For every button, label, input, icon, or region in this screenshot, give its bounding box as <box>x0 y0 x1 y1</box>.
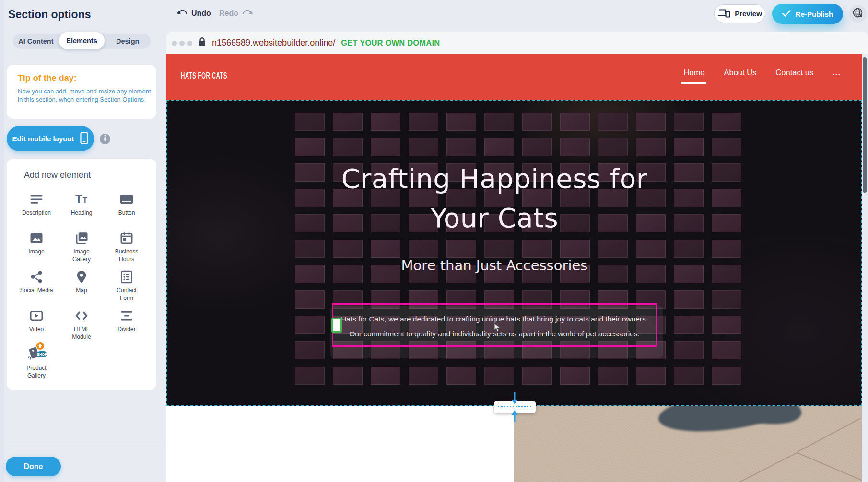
edit-mobile-layout-button[interactable]: Edit mobile layout <box>7 126 94 151</box>
tip-body: Now you can add, move and resize any ele… <box>18 87 151 103</box>
panel-scroll-strip <box>0 0 4 482</box>
done-button[interactable]: Done <box>6 457 61 476</box>
element-heading[interactable]: TTHeading <box>59 190 104 229</box>
element-video[interactable]: Video <box>14 307 59 345</box>
hero-tile <box>371 240 400 258</box>
add-new-element-card: Add new element DescriptionTTHeadingButt… <box>7 159 156 390</box>
element-label: Product Gallery <box>26 365 46 379</box>
hero-tile <box>409 113 438 131</box>
hero-tile <box>333 367 363 385</box>
hero-tile <box>295 367 325 385</box>
hero-tile <box>371 367 400 385</box>
hero-heading[interactable]: Crafting Happiness for Your Cats <box>298 159 691 238</box>
tip-heading: Tip of the day: <box>18 73 77 83</box>
hero-tile <box>560 138 590 156</box>
element-product-gallery[interactable]: SHOPProduct Gallery <box>14 345 59 384</box>
hero-tile <box>295 290 325 309</box>
site-nav: HomeAbout UsContact us... <box>683 68 841 77</box>
hero-tile <box>295 341 325 359</box>
element-label: Social Media <box>20 287 53 295</box>
browser-dots <box>172 41 192 46</box>
element-label: Contact Form <box>117 287 136 302</box>
element-map[interactable]: Map <box>59 268 104 307</box>
hero-tile <box>674 290 704 309</box>
hero-tile <box>560 240 590 258</box>
browser-dot <box>172 41 177 46</box>
element-business-hours[interactable]: Business Hours <box>104 229 149 268</box>
undo-button[interactable]: Undo <box>176 9 211 18</box>
svg-text:T: T <box>75 193 82 206</box>
hero-tile <box>484 240 514 258</box>
hero-tile <box>409 367 438 385</box>
contact-form-icon <box>119 268 134 284</box>
hero-section-selected[interactable]: Crafting Happiness for Your Cats More th… <box>166 100 862 406</box>
arrow-up-icon <box>511 408 518 425</box>
hero-tile <box>446 240 476 258</box>
get-your-own-domain-link[interactable]: GET YOUR OWN DOMAIN <box>341 38 440 47</box>
republish-button[interactable]: Re-Publish <box>772 4 843 24</box>
element-grid: DescriptionTTHeadingButtonImageImage Gal… <box>14 190 149 384</box>
hero-tile <box>484 113 514 131</box>
element-label: Divider <box>117 326 135 333</box>
element-label: Image Gallery <box>72 248 91 263</box>
tip-of-the-day-card: Tip of the day: Now you can add, move an… <box>7 65 156 119</box>
hero-tile <box>333 240 363 258</box>
hero-tile <box>560 113 590 131</box>
tab-elements[interactable]: Elements <box>59 32 105 49</box>
preview-button[interactable]: Preview <box>714 4 765 23</box>
element-description[interactable]: Description <box>14 190 59 229</box>
element-contact-form[interactable]: Contact Form <box>104 268 149 307</box>
tab-design[interactable]: Design <box>105 34 151 49</box>
button-icon <box>119 190 134 207</box>
site-url[interactable]: n1566589.websitebuilder.online/ <box>212 38 335 48</box>
hero-tile <box>712 240 741 258</box>
devices-icon <box>717 8 730 19</box>
nav-item-about-us[interactable]: About Us <box>724 68 756 77</box>
redo-icon <box>242 9 253 18</box>
page-title: Section options <box>8 8 91 21</box>
hero-tile <box>674 113 704 131</box>
hero-tile <box>446 113 476 131</box>
svg-text:SHOP: SHOP <box>37 352 47 356</box>
product-gallery-icon: SHOP <box>25 345 47 362</box>
hero-tile <box>674 341 704 359</box>
html-module-icon <box>74 307 89 323</box>
site-header[interactable]: HATS FOR CATS HomeAbout UsContact us... <box>166 54 862 100</box>
element-social-media[interactable]: Social Media <box>14 268 59 307</box>
hero-tile <box>484 138 514 156</box>
element-drag-handle[interactable] <box>331 318 342 333</box>
element-divider[interactable]: Divider <box>104 307 149 345</box>
tile-grout-line <box>797 452 862 481</box>
element-button[interactable]: Button <box>104 190 149 229</box>
nav-item-contact-us[interactable]: Contact us <box>775 68 813 77</box>
nav-item-home[interactable]: Home <box>683 68 704 77</box>
hero-subheading[interactable]: More than Just Accessories <box>298 257 691 274</box>
element-image[interactable]: Image <box>14 229 59 268</box>
address-bar: n1566589.websitebuilder.online/ GET YOUR… <box>198 37 440 48</box>
language-globe-button[interactable] <box>849 5 867 23</box>
redo-button[interactable]: Redo <box>219 9 253 18</box>
hero-tile <box>371 113 400 131</box>
hero-tile <box>560 367 590 385</box>
section-resize-handle[interactable] <box>494 401 536 413</box>
element-image-gallery[interactable]: Image Gallery <box>59 229 104 268</box>
element-html-module[interactable]: HTML Module <box>59 307 104 345</box>
hero-tile <box>674 316 704 334</box>
tab-ai-content[interactable]: AI Content <box>13 34 59 49</box>
preview-label: Preview <box>735 10 762 18</box>
hero-tile <box>522 367 552 385</box>
hero-tile <box>712 341 741 359</box>
nav-more-menu[interactable]: ... <box>833 68 841 77</box>
hero-tile <box>712 113 741 131</box>
hero-tile <box>522 113 552 131</box>
hero-tile <box>295 316 325 334</box>
element-label: Image <box>28 248 44 256</box>
site-logo[interactable]: HATS FOR CATS <box>181 71 227 81</box>
edit-mobile-layout-label: Edit mobile layout <box>12 135 74 143</box>
business-hours-icon <box>119 229 134 245</box>
lock-icon <box>198 37 206 48</box>
preview-scrollbar-thumb[interactable] <box>863 57 867 193</box>
site-preview: HATS FOR CATS HomeAbout UsContact us... … <box>166 54 862 482</box>
hero-tile <box>371 138 400 156</box>
info-button[interactable] <box>100 134 110 144</box>
